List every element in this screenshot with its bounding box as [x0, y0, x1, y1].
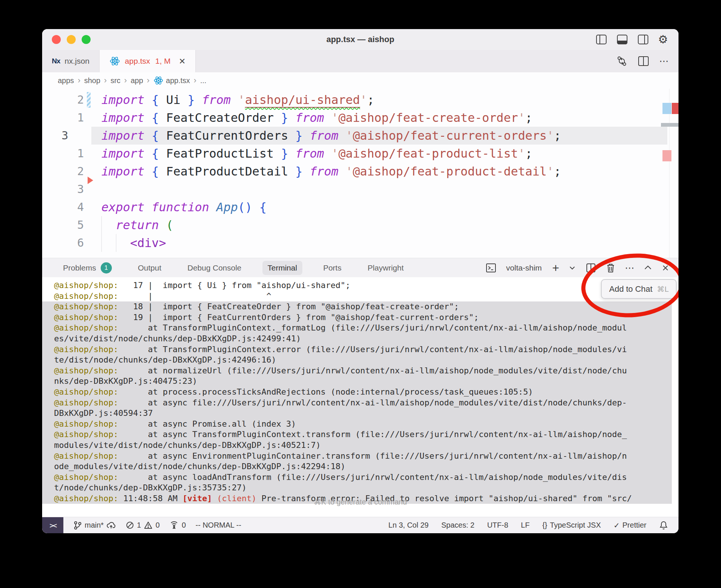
split-editor-icon[interactable] — [637, 56, 649, 67]
terminal-line: @aishop/shop: at async TransformPluginCo… — [42, 429, 672, 440]
code-line: 6 <div> — [42, 234, 679, 252]
close-panel-icon[interactable] — [661, 264, 670, 272]
toggle-sidebar-icon[interactable] — [595, 34, 607, 45]
terminal-session-name[interactable]: volta-shim — [506, 263, 542, 272]
indentation-status[interactable]: Spaces: 2 — [441, 521, 475, 529]
editor-tab-bar: Nx nx.json app.tsx 1, M ✕ ⋯ — [42, 50, 679, 72]
terminal-ai-hint: ⌘K to generate a command — [42, 497, 679, 506]
gutter-arrow-icon — [88, 177, 93, 184]
radio-tower-icon — [169, 521, 179, 530]
terminal-line: t/node/chunks/dep-DBxKXgDP.js:35735:27) — [42, 483, 672, 493]
vim-mode-indicator[interactable]: -- NORMAL -- — [196, 521, 242, 529]
breadcrumb-item-shop[interactable]: shop — [84, 76, 100, 85]
kill-terminal-trash-icon[interactable] — [605, 262, 616, 274]
tab-app-tsx[interactable]: app.tsx 1, M ✕ — [100, 50, 196, 72]
terminal-more-actions-icon[interactable]: ⋯ — [625, 262, 635, 274]
line-number: 5 — [42, 216, 84, 234]
git-branch-icon — [73, 521, 82, 530]
line-number: 1 — [42, 109, 84, 127]
problems-status[interactable]: 1 0 — [126, 521, 160, 529]
code-editor[interactable]: 2import { Ui } from 'aishop/ui-shared';1… — [42, 89, 679, 258]
panel-tab-playwright[interactable]: Playwright — [362, 261, 409, 275]
code-line: 2import { Ui } from 'aishop/ui-shared'; — [42, 91, 679, 109]
terminal-line: modules/vite/dist/node/chunks/dep-DBxKXg… — [42, 440, 672, 451]
add-to-chat-label: Add to Chat — [609, 284, 652, 294]
gutter-modified-icon — [87, 92, 91, 108]
code-line: 4export function App() { — [42, 198, 679, 216]
panel-tabs: Problems1OutputDebug ConsoleTerminalPort… — [58, 260, 409, 276]
line-number: 4 — [42, 198, 84, 216]
line-number: 3 — [42, 127, 84, 145]
maximize-panel-chevron-icon[interactable] — [643, 264, 652, 272]
code-line: 1import { FeatProductList } from '@aisho… — [42, 145, 679, 162]
add-to-chat-tooltip[interactable]: Add to Chat ⌘L — [601, 279, 677, 299]
terminal-line: @aishop/shop: 19 | import { FeatCurrentO… — [42, 312, 672, 323]
panel-tab-terminal[interactable]: Terminal — [262, 261, 302, 275]
title-bar: app.tsx — aishop ⚙ — [42, 29, 679, 50]
terminal-line: te/dist/node/chunks/dep-DBxKXgDP.js:4249… — [42, 355, 672, 366]
panel-tab-problems[interactable]: Problems1 — [58, 260, 117, 276]
react-icon — [109, 56, 120, 66]
tab-nx-json[interactable]: Nx nx.json — [42, 50, 100, 72]
notifications-bell[interactable] — [659, 521, 668, 530]
terminal-line: @aishop/shop: 17 | import { Ui } from "a… — [42, 280, 679, 291]
panel-tab-debug-console[interactable]: Debug Console — [182, 261, 247, 275]
code-line: 3import { FeatCurrentOrders } from '@ais… — [42, 127, 679, 145]
breadcrumb-separator: › — [147, 76, 149, 85]
cursor-position-status[interactable]: Ln 3, Col 29 — [388, 521, 429, 529]
panel-header: Problems1OutputDebug ConsoleTerminalPort… — [42, 258, 679, 277]
breadcrumb-separator: › — [124, 76, 127, 85]
breadcrumb-item-apptsx[interactable]: app.tsx — [153, 76, 190, 85]
formatter-status[interactable]: ✓Prettier — [614, 521, 646, 530]
add-to-chat-shortcut: ⌘L — [657, 285, 668, 294]
indent-guide — [116, 234, 116, 252]
terminal-line: @aishop/shop: at async Promise.all (inde… — [42, 419, 672, 430]
panel-tab-ports[interactable]: Ports — [318, 261, 347, 275]
panel-tab-output[interactable]: Output — [133, 261, 167, 275]
status-bar: >< main* 1 0 0 -- NORMAL -- Ln 3, Col 29… — [42, 517, 679, 533]
git-branch-status[interactable]: main* — [73, 521, 116, 530]
toggle-secondary-sidebar-icon[interactable] — [637, 34, 649, 45]
breadcrumb-separator: › — [194, 76, 196, 85]
new-terminal-icon[interactable]: + — [552, 262, 559, 274]
toggle-panel-icon[interactable] — [616, 34, 628, 45]
line-number: 1 — [42, 145, 84, 162]
breadcrumb-item-app[interactable]: app — [130, 76, 143, 85]
terminal-line: @aishop/shop: at async EnvironmentPlugin… — [42, 451, 672, 462]
tab-label: nx.json — [64, 57, 89, 66]
terminal-line: nks/dep-DBxKXgDP.js:40475:23) — [42, 376, 672, 387]
terminal-line: @aishop/shop: at TransformPluginContext.… — [42, 344, 672, 355]
line-number: 6 — [42, 234, 84, 252]
terminal-line: @aishop/shop: 18 | import { FeatCreateOr… — [42, 301, 672, 312]
errors-icon — [126, 521, 134, 529]
split-terminal-icon[interactable] — [585, 262, 596, 274]
react-icon — [153, 76, 164, 85]
forwarded-ports-status[interactable]: 0 — [169, 521, 186, 530]
breadcrumb-item-src[interactable]: src — [110, 76, 120, 85]
remote-icon: >< — [50, 521, 56, 529]
terminal-output[interactable]: @aishop/shop: 17 | import { Ui } from "a… — [42, 277, 679, 517]
more-actions-icon[interactable]: ⋯ — [659, 56, 669, 67]
terminal-line: @aishop/shop: at async file:///Users/jur… — [42, 398, 672, 408]
breadcrumb-item-apps[interactable]: apps — [58, 76, 74, 85]
breadcrumb-item-[interactable]: ... — [200, 76, 207, 85]
terminal-dropdown-chevron-icon[interactable] — [568, 264, 576, 272]
settings-gear-icon[interactable]: ⚙ — [658, 34, 668, 45]
window-title: app.tsx — aishop — [42, 35, 679, 44]
tab-label: app.tsx — [125, 57, 150, 66]
line-number: 3 — [42, 180, 84, 198]
encoding-status[interactable]: UTF-8 — [487, 521, 509, 529]
terminal-line: @aishop/shop: | ^ — [42, 291, 679, 302]
language-mode-status[interactable]: {}TypeScript JSX — [542, 521, 601, 529]
breadcrumb: apps›shop›src›app›app.tsx›... — [42, 72, 679, 89]
indent-guide — [101, 216, 102, 234]
terminal-icon — [485, 262, 497, 274]
close-tab-icon[interactable]: ✕ — [179, 57, 185, 66]
terminal-line: es/vite/dist/node/chunks/dep-DBxKXgDP.js… — [42, 333, 672, 344]
eol-status[interactable]: LF — [521, 521, 529, 529]
line-number: 2 — [42, 162, 84, 180]
open-changes-icon[interactable] — [616, 55, 628, 67]
remote-indicator[interactable]: >< — [42, 517, 63, 533]
breadcrumb-separator: › — [104, 76, 107, 85]
terminal-line: @aishop/shop: at TransformPluginContext.… — [42, 323, 672, 333]
